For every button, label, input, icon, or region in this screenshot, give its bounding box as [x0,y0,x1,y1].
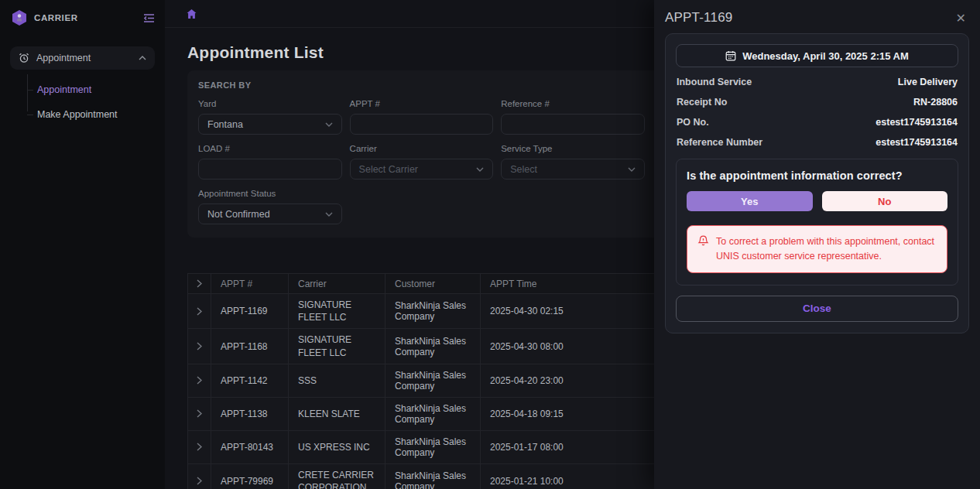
alarm-clock-icon [19,53,29,63]
brand-logo: CARRIER [10,9,78,27]
cell-appt-number[interactable]: APPT-1142 [211,364,289,398]
row-expand-chevron-icon[interactable] [188,294,211,329]
yes-button[interactable]: Yes [687,191,813,211]
yard-select[interactable]: Fontana [198,114,342,135]
cell-carrier: SIGNATURE FLEET LLC [289,329,385,364]
sidebar-subitem[interactable]: Make Appointment [27,102,155,127]
sidebar-submenu: Appointment Make Appointment [27,77,155,127]
no-button[interactable]: No [822,191,948,211]
confirmation-box: Is the appointment information correct? … [676,159,958,286]
cell-customer: SharkNinja Sales Company [385,431,481,464]
info-value: estest1745913164 [875,137,958,148]
info-value: Live Delivery [898,77,958,87]
info-value: estest1745913164 [875,117,958,128]
appointment-datetime: Wednesday, April 30, 2025 2:15 AM [742,50,909,62]
expand-all-chevron-icon[interactable] [188,274,211,294]
info-row: Receipt No RN-28806 [676,92,958,112]
service-type-label: Service Type [501,144,645,153]
col-carrier: Carrier [289,274,385,294]
row-expand-chevron-icon[interactable] [188,329,211,364]
chevron-down-icon [325,212,333,217]
chevron-down-icon [476,167,484,172]
info-label: Receipt No [677,97,727,108]
appointment-status-label: Appointment Status [198,189,342,198]
cell-appt-number[interactable]: APPT-1138 [211,398,289,431]
home-icon[interactable] [187,9,197,19]
confirmation-question: Is the appointment information correct? [687,169,947,182]
cell-customer: SharkNinja Sales Company [385,398,481,431]
info-label: PO No. [677,117,709,128]
cell-customer: SharkNinja Sales Company [385,364,481,398]
sidebar: CARRIER Appointment Appointment [0,0,165,489]
cell-customer: SharkNinja Sales Company [385,464,481,489]
carrier-select[interactable]: Select Carrier [350,159,494,180]
carrier-hexagon-logo-icon [10,9,29,27]
row-expand-chevron-icon[interactable] [188,398,211,431]
info-row: Inbound Service Live Delivery [676,72,958,92]
info-label: Inbound Service [677,77,752,87]
appointment-status-select[interactable]: Not Confirmed [198,203,342,224]
load-number-label: LOAD # [198,144,342,153]
calendar-icon [725,50,736,61]
row-expand-chevron-icon[interactable] [188,431,211,464]
carrier-label: Carrier [350,144,494,153]
cell-carrier: US XPRESS INC [289,431,385,464]
sidebar-subitem[interactable]: Appointment [27,77,155,102]
carrier-placeholder: Select Carrier [359,164,418,175]
row-expand-chevron-icon[interactable] [188,464,211,489]
appointment-info-list: Inbound Service Live Delivery Receipt No… [676,72,958,152]
service-type-placeholder: Select [510,164,537,175]
cell-appt-number[interactable]: APPT-1169 [211,294,289,329]
cell-carrier: KLEEN SLATE [289,398,385,431]
appt-number-input[interactable] [350,114,494,135]
chevron-down-icon [628,167,636,172]
alert-bell-icon [697,234,709,247]
warning-text: To correct a problem with this appointme… [716,234,937,264]
sidebar-item-label: Appointment [36,53,132,63]
cell-carrier: SSS [289,364,385,398]
cell-customer: SharkNinja Sales Company [385,329,481,364]
warning-alert: To correct a problem with this appointme… [687,225,947,273]
appointment-detail-card: Wednesday, April 30, 2025 2:15 AM Inboun… [665,33,969,333]
info-row: Reference Number estest1745913164 [676,132,958,152]
info-row: PO No. estest1745913164 [676,112,958,132]
cell-carrier: CRETE CARRIER CORPORATION [289,464,385,489]
close-icon[interactable]: ✕ [953,11,969,26]
load-number-input[interactable] [198,159,342,180]
yard-label: Yard [198,99,342,108]
info-value: RN-28806 [913,97,958,108]
chevron-up-icon [139,56,146,60]
appt-number-label: APPT # [350,99,494,108]
cell-carrier: SIGNATURE FLEET LLC [289,294,385,329]
drawer-title: APPT-1169 [665,10,732,26]
brand-name: CARRIER [34,13,78,22]
appointment-detail-drawer: APPT-1169 ✕ Wednesday, April 30, 2025 2:… [654,0,980,489]
chevron-down-icon [325,122,333,127]
reference-number-label: Reference # [501,99,645,108]
sidebar-item-appointment-parent[interactable]: Appointment [10,46,155,70]
cell-appt-number[interactable]: APPT-80143 [211,431,289,464]
reference-number-input[interactable] [501,114,645,135]
cell-appt-number[interactable]: APPT-1168 [211,329,289,364]
col-customer: Customer [385,274,481,294]
sidebar-subitem-label: Appointment [37,84,91,95]
yard-value: Fontana [207,119,243,130]
service-type-select[interactable]: Select [501,159,645,180]
appointment-datetime-button[interactable]: Wednesday, April 30, 2025 2:15 AM [676,44,958,67]
sidebar-collapse-icon[interactable] [143,13,155,23]
row-expand-chevron-icon[interactable] [188,364,211,398]
col-appt: APPT # [211,274,289,294]
sidebar-subitem-label: Make Appointment [37,109,118,120]
close-button[interactable]: Close [676,296,958,322]
appointment-status-value: Not Confirmed [207,209,270,220]
cell-appt-number[interactable]: APPT-79969 [211,464,289,489]
info-label: Reference Number [677,137,762,148]
cell-customer: SharkNinja Sales Company [385,294,481,329]
